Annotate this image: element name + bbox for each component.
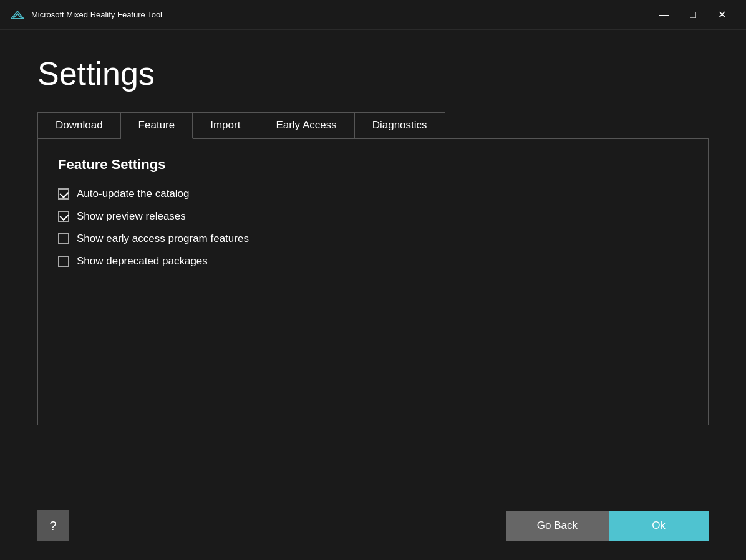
tab-bar: Download Feature Import Early Access Dia… bbox=[37, 112, 445, 138]
tab-feature[interactable]: Feature bbox=[121, 113, 193, 139]
close-button[interactable]: ✕ bbox=[707, 5, 736, 25]
checkbox-show-preview-box[interactable] bbox=[58, 211, 69, 222]
feature-settings-panel: Feature Settings Auto-update the catalog… bbox=[37, 138, 709, 425]
checkbox-list: Auto-update the catalog Show preview rel… bbox=[58, 188, 688, 268]
bottom-bar: ? Go Back Ok bbox=[37, 498, 709, 541]
checkbox-show-deprecated-box[interactable] bbox=[58, 256, 69, 267]
checkbox-show-deprecated-label: Show deprecated packages bbox=[77, 255, 208, 268]
action-buttons: Go Back Ok bbox=[506, 511, 709, 541]
checkbox-show-early-access[interactable]: Show early access program features bbox=[58, 233, 688, 245]
main-content: Settings Download Feature Import Early A… bbox=[0, 30, 746, 560]
title-bar: Microsoft Mixed Reality Feature Tool — □… bbox=[0, 0, 746, 30]
help-button[interactable]: ? bbox=[37, 510, 69, 541]
page-title: Settings bbox=[37, 55, 709, 92]
minimize-button[interactable]: — bbox=[650, 5, 679, 25]
checkbox-auto-update-box[interactable] bbox=[58, 188, 69, 200]
ok-button[interactable]: Ok bbox=[609, 511, 709, 541]
checkbox-auto-update-label: Auto-update the catalog bbox=[77, 188, 190, 200]
checkbox-show-early-access-label: Show early access program features bbox=[77, 233, 249, 245]
app-title: Microsoft Mixed Reality Feature Tool bbox=[31, 10, 650, 19]
tab-early-access[interactable]: Early Access bbox=[258, 113, 354, 138]
tab-download[interactable]: Download bbox=[38, 113, 121, 138]
checkbox-show-deprecated[interactable]: Show deprecated packages bbox=[58, 255, 688, 268]
app-icon bbox=[10, 7, 25, 22]
tab-diagnostics[interactable]: Diagnostics bbox=[355, 113, 445, 138]
checkbox-auto-update[interactable]: Auto-update the catalog bbox=[58, 188, 688, 200]
panel-title: Feature Settings bbox=[58, 157, 688, 173]
checkbox-show-early-access-box[interactable] bbox=[58, 233, 69, 244]
window-controls: — □ ✕ bbox=[650, 5, 736, 25]
checkbox-show-preview[interactable]: Show preview releases bbox=[58, 210, 688, 223]
tab-import[interactable]: Import bbox=[193, 113, 258, 138]
go-back-button[interactable]: Go Back bbox=[506, 511, 609, 541]
checkbox-show-preview-label: Show preview releases bbox=[77, 210, 186, 223]
maximize-button[interactable]: □ bbox=[679, 5, 707, 25]
